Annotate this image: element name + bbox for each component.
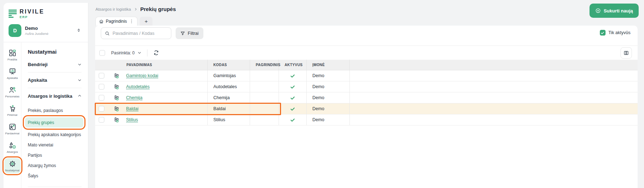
rail-item-pirkimai[interactable]: Pirkimai: [4, 103, 21, 118]
row-code: Autodetales: [208, 81, 250, 92]
divider: [147, 49, 147, 57]
funnel-icon: [180, 31, 185, 36]
col-header-filler: [350, 60, 638, 70]
subnav-item-mato-vienetai[interactable]: Mato vienetai: [25, 140, 83, 150]
active-check-icon: [290, 84, 295, 90]
row-checkbox[interactable]: [99, 106, 104, 112]
updown-chevron-icon[interactable]: [77, 28, 81, 34]
active-check-icon: [290, 106, 295, 112]
table-row[interactable]: Gamintojo kodai Gamintojas Demo: [95, 70, 638, 81]
table-row[interactable]: Stilius Stilius Demo: [95, 114, 638, 125]
chevron-down-icon: [78, 77, 82, 84]
icon-rail: Pradžia Apskaita: [4, 42, 21, 188]
add-tab-button[interactable]: +: [140, 17, 152, 26]
row-name-link[interactable]: Baldai: [126, 106, 139, 111]
rail-item-personalas[interactable]: Personalas: [4, 84, 21, 100]
col-header-pavadinimas[interactable]: PAVADINIMAS: [95, 60, 208, 70]
subnav-item-prekiu-apskaitos-kategorijos[interactable]: Prekių apskaitos kategorijos: [25, 129, 83, 140]
column-settings-button[interactable]: [620, 47, 632, 59]
table-row[interactable]: Chemija Chemija Demo: [95, 92, 638, 103]
col-header-kodas[interactable]: KODAS: [208, 60, 250, 70]
table-header: PAVADINIMAS KODAS PAGRINDINIS AKTYVUS ĮM…: [95, 60, 638, 70]
col-header-aktyvus[interactable]: AKTYVUS: [279, 60, 307, 70]
divider: [28, 187, 82, 187]
filter-row: Filtrai Tik aktyvūs: [95, 26, 638, 45]
search-input[interactable]: [113, 31, 167, 36]
breadcrumb-chevron-icon: [134, 7, 137, 11]
main-area: Atsargos ir logistika Prekių grupės Suku…: [88, 0, 644, 188]
subnav-item-partijos[interactable]: Partijos: [25, 150, 83, 160]
table-row[interactable]: Autodetalės Autodetales Demo: [95, 81, 638, 92]
create-new-button[interactable]: Sukurti naują: [590, 4, 639, 18]
shapes-icon: [9, 141, 16, 149]
tab-menu-kebab-icon[interactable]: ⋮: [129, 19, 134, 24]
rail-item-apskaita[interactable]: Apskaita: [4, 66, 21, 81]
subnav-item-salys[interactable]: Šalys: [25, 171, 83, 181]
tab-pagrindinis[interactable]: Pagrindinis ⋮: [95, 17, 137, 26]
col-header-imone[interactable]: ĮMONĖ: [307, 60, 350, 70]
only-active-checkbox[interactable]: [600, 30, 606, 36]
cart-icon: [9, 104, 16, 112]
refresh-button[interactable]: [153, 50, 159, 56]
row-checkbox[interactable]: [99, 95, 104, 101]
only-active-label: Tik aktyvūs: [608, 30, 630, 35]
chart-board-icon: [9, 68, 16, 75]
settings-subnav: Nustatymai Bendrieji Apskaita Atsargos i…: [21, 42, 88, 188]
plus-circle-icon: [595, 8, 601, 14]
subnav-item-prekes-paslaugos[interactable]: Prekės, paslaugos: [25, 105, 83, 116]
breadcrumb-parent[interactable]: Atsargos ir logistika: [95, 7, 131, 11]
columns-icon: [623, 50, 629, 56]
breadcrumb: Atsargos ir logistika Prekių grupės: [95, 6, 176, 12]
search-box: [101, 27, 171, 39]
selected-count-label: Pasirinkta: 0: [111, 50, 135, 55]
row-checkbox[interactable]: [99, 84, 104, 90]
rail-item-atsargos[interactable]: Atsargos: [4, 140, 21, 155]
row-name-link[interactable]: Stilius: [126, 117, 138, 122]
rail-item-pradzia[interactable]: Pradžia: [4, 47, 21, 63]
row-name-link[interactable]: Autodetalės: [126, 84, 150, 89]
table-body: Gamintojo kodai Gamintojas Demo Autodeta…: [95, 70, 638, 125]
subnav-item-prekiu-grupes[interactable]: Prekių grupės: [25, 117, 83, 128]
brand-logo[interactable]: RIVILE ERP: [4, 3, 88, 19]
rail-item-nustatymai[interactable]: Nustatymai: [4, 158, 21, 173]
row-code: Chemija: [208, 92, 250, 103]
subnav-heading: Nustatymai: [28, 49, 82, 55]
submenu: Prekės, paslaugos Prekių grupės Prekių a…: [25, 105, 83, 181]
section-apskaita[interactable]: Apskaita: [28, 72, 82, 88]
page-title: Prekių grupės: [140, 6, 176, 12]
group-tree-icon: [114, 95, 120, 101]
rail-item-pardavimai[interactable]: Pardavimai: [4, 121, 21, 136]
row-main: [250, 70, 279, 81]
chevron-up-icon: [78, 93, 82, 99]
row-name-link[interactable]: Gamintojo kodai: [126, 73, 158, 78]
selection-menu-chevron-icon[interactable]: [137, 51, 141, 55]
row-code: Baldai: [208, 103, 250, 114]
row-checkbox[interactable]: [99, 117, 104, 123]
sales-icon: [9, 123, 16, 131]
dashboard-icon: [9, 49, 16, 57]
row-company: Demo: [307, 70, 350, 81]
row-main: [250, 114, 279, 125]
row-code: Gamintojas: [208, 70, 250, 81]
group-tree-icon: [114, 73, 120, 79]
only-active-toggle[interactable]: Tik aktyvūs: [600, 30, 630, 36]
section-bendrieji[interactable]: Bendrieji: [28, 57, 82, 72]
row-checkbox[interactable]: [99, 73, 104, 79]
row-company: Demo: [307, 92, 350, 103]
workspace-switcher[interactable]: D Demo Aušra Juodienė: [9, 24, 83, 37]
user-name: Aušra Juodienė: [25, 32, 48, 36]
filters-button[interactable]: Filtrai: [176, 27, 203, 39]
row-company: Demo: [307, 103, 350, 114]
subnav-item-atsargu-zymos[interactable]: Atsargų žymos: [25, 160, 83, 171]
home-icon: [99, 19, 104, 24]
select-all-checkbox[interactable]: [99, 50, 105, 56]
row-name-link[interactable]: Chemija: [126, 95, 142, 100]
brand-name: RIVILE: [20, 9, 45, 15]
active-check-icon: [290, 95, 295, 101]
refresh-icon: [153, 50, 159, 56]
active-check-icon: [290, 73, 295, 79]
group-tree-icon: [114, 117, 120, 123]
col-header-pagrindinis[interactable]: PAGRINDINIS: [250, 60, 279, 70]
section-atsargos-ir-logistika[interactable]: Atsargos ir logistika: [28, 88, 82, 104]
table-row[interactable]: Baldai Baldai Demo: [95, 103, 638, 114]
